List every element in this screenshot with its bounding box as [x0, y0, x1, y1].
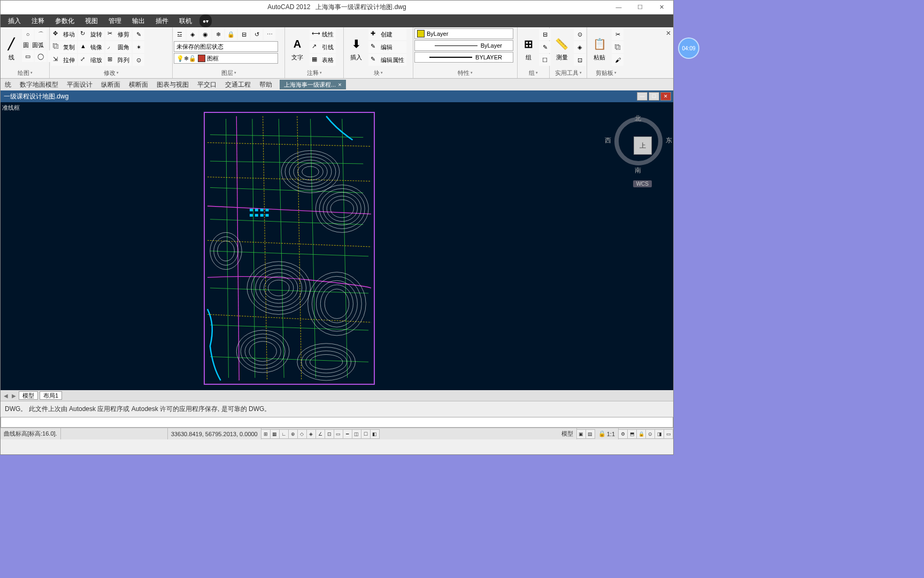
menu-profile[interactable]: 纵断面 [97, 80, 125, 89]
stretch-button[interactable]: ⇲拉伸 [51, 54, 77, 66]
group-select-icon[interactable]: ☐ [539, 54, 551, 66]
scale-button[interactable]: ⤢缩放 [78, 54, 104, 66]
group-edit-icon[interactable]: ✎ [539, 41, 551, 53]
collapse-ribbon-icon[interactable]: ✕ [666, 29, 671, 37]
maximize-button[interactable]: ☐ [629, 2, 651, 12]
viewcube-top[interactable]: 上 [634, 136, 652, 155]
layer-current-dropdown[interactable]: 💡❄🔓 图框 [174, 53, 278, 64]
move-button[interactable]: ✥移动 [51, 28, 77, 40]
wcs-badge[interactable]: WCS [633, 180, 652, 187]
grid-toggle-icon[interactable]: ▦ [270, 429, 280, 439]
line-button[interactable]: ╱线 [2, 28, 21, 69]
ungroup-icon[interactable]: ⊟ [539, 28, 551, 40]
insert-block-button[interactable]: ⬇插入 [345, 28, 367, 69]
status-quickview-icon[interactable]: ▤ [586, 429, 595, 439]
layer-freeze-icon[interactable]: ❄ [212, 28, 224, 40]
lwt-toggle-icon[interactable]: ━ [343, 429, 352, 439]
annotation-scale-icon[interactable]: 🔒 [598, 430, 606, 437]
snap-toggle-icon[interactable]: ⊞ [261, 429, 271, 439]
paste-button[interactable]: 📋粘贴 [588, 28, 611, 69]
table-button[interactable]: ▦表格 [310, 54, 336, 66]
lineweight-dropdown[interactable]: BYLAYER [414, 52, 513, 63]
menu-help[interactable]: 帮助 [255, 80, 276, 89]
otrack-toggle-icon[interactable]: ∠ [315, 429, 325, 439]
help-toggle-icon[interactable]: ●▾ [199, 14, 212, 27]
ellipse-icon[interactable]: ◯ [35, 50, 47, 62]
viewcube-south[interactable]: 南 [635, 166, 641, 175]
layer-state-dropdown[interactable]: 未保存的图层状态 [174, 41, 278, 52]
tab-annotate[interactable]: 注释 [26, 14, 50, 27]
tab-model[interactable]: 模型 [19, 391, 38, 400]
menu-traffic[interactable]: 交通工程 [221, 80, 255, 89]
tab-close-icon[interactable]: × [338, 81, 341, 88]
copy-clip-icon[interactable]: ⿻ [612, 41, 623, 53]
viewcube-north[interactable]: 北 [635, 114, 641, 123]
layer-off-icon[interactable]: ◉ [199, 28, 211, 40]
layer-match-icon[interactable]: ⊟ [238, 28, 250, 40]
arc-button[interactable]: ⌒ [35, 28, 47, 40]
tab-insert[interactable]: 插入 [3, 14, 26, 27]
tabs-prev-icon[interactable]: ◀ [3, 393, 9, 399]
desktop-clock-widget[interactable]: 04:09 [678, 37, 699, 59]
rotate-button[interactable]: ↻旋转 [78, 28, 104, 40]
ducs-toggle-icon[interactable]: ⊡ [325, 429, 334, 439]
status-hw-icon[interactable]: ⊙ [645, 429, 655, 439]
viewcube-west[interactable]: 西 [605, 136, 611, 145]
util1-icon[interactable]: ⊙ [574, 28, 586, 40]
tab-output[interactable]: 输出 [127, 14, 150, 27]
tab-layout1[interactable]: 布局1 [40, 391, 62, 400]
linetype-dropdown[interactable]: ByLayer [414, 40, 513, 51]
trim-button[interactable]: ✂修剪 [105, 28, 132, 40]
tab-parametric[interactable]: 参数化 [50, 14, 80, 27]
status-anno-icon[interactable]: ⚙ [618, 429, 628, 439]
circle-button[interactable]: ○ [22, 28, 34, 40]
explode-icon[interactable]: ✶ [133, 41, 144, 53]
osnap-toggle-icon[interactable]: ◇ [297, 429, 307, 439]
sc-toggle-icon[interactable]: ◧ [370, 429, 380, 439]
menu-cross[interactable]: 横断面 [125, 80, 152, 89]
3dosnap-toggle-icon[interactable]: ◈ [306, 429, 316, 439]
tab-manage[interactable]: 管理 [103, 14, 127, 27]
edit-block-button[interactable]: ✎编辑 [368, 41, 406, 53]
create-block-button[interactable]: ✚创建 [368, 28, 406, 40]
close-button[interactable]: ✕ [651, 2, 672, 12]
linear-dim-button[interactable]: ⟷线性 [310, 28, 336, 40]
status-layout-icon[interactable]: ▣ [576, 429, 586, 439]
doc-maximize-button[interactable]: ☐ [649, 92, 659, 101]
util3-icon[interactable]: ⊡ [574, 54, 586, 66]
edit-attr-button[interactable]: ✎编辑属性 [368, 54, 406, 66]
util2-icon[interactable]: ◈ [574, 41, 586, 53]
polar-toggle-icon[interactable]: ⊕ [288, 429, 298, 439]
copy-button[interactable]: ⿻复制 [51, 41, 77, 53]
tab-view[interactable]: 视图 [80, 14, 103, 27]
tab-plugin[interactable]: 插件 [150, 14, 174, 27]
rect-icon[interactable]: ▭ [22, 50, 34, 62]
viewcube[interactable]: 上 北 南 西 东 [614, 117, 663, 165]
menu-dtm[interactable]: 数字地面模型 [16, 80, 63, 89]
layer-iso-icon[interactable]: ◈ [187, 28, 198, 40]
text-button[interactable]: A文字 [286, 28, 309, 69]
offset-icon[interactable]: ⊙ [133, 54, 144, 66]
status-model[interactable]: 模型 [558, 428, 577, 439]
array-button[interactable]: ⊞阵列 [105, 54, 132, 66]
file-tab[interactable]: 上海海事一级课程...× [280, 80, 346, 89]
status-iso-icon[interactable]: ◨ [654, 429, 664, 439]
layer-prev-icon[interactable]: ↺ [251, 28, 263, 40]
doc-minimize-button[interactable]: — [637, 92, 648, 101]
tabs-next-icon[interactable]: ▶ [11, 393, 17, 399]
tpy-toggle-icon[interactable]: ◫ [352, 429, 361, 439]
leader-button[interactable]: ↗引线 [310, 41, 336, 53]
doc-close-button[interactable]: ✕ [660, 92, 671, 101]
match-prop-icon[interactable]: 🖌 [612, 54, 623, 66]
status-scale[interactable]: 1:1 [607, 431, 615, 437]
layer-more-icon[interactable]: ⋯ [264, 28, 275, 40]
fillet-button[interactable]: ◞圆角 [105, 41, 132, 53]
viewcube-east[interactable]: 东 [666, 136, 672, 145]
layer-props-icon[interactable]: ☲ [174, 28, 186, 40]
measure-button[interactable]: 📏测量 [551, 28, 573, 69]
menu-intersection[interactable]: 平交口 [193, 80, 221, 89]
command-input[interactable] [1, 417, 673, 428]
minimize-button[interactable]: — [608, 2, 629, 12]
cut-icon[interactable]: ✂ [612, 28, 623, 40]
model-canvas[interactable]: 上 北 南 西 东 WCS [1, 112, 673, 390]
